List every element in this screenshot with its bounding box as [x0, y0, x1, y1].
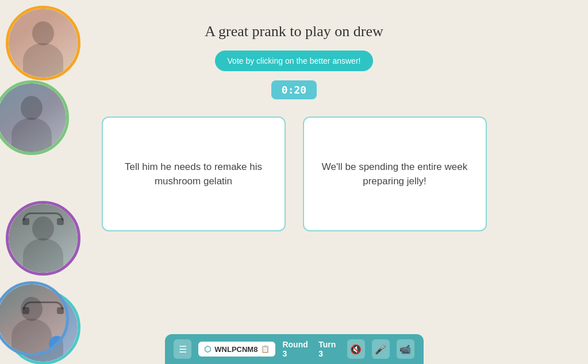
headphones-icon — [23, 301, 63, 309]
answer-card-b[interactable]: We'll be spending the entire week prepar… — [303, 117, 487, 231]
check-badge: ✓ — [49, 336, 65, 352]
headphones-icon — [23, 212, 63, 220]
avatar-top-right — [0, 80, 69, 155]
round-label: Round 3 — [282, 340, 312, 358]
timer-display: 0:20 — [271, 80, 317, 99]
avatar-bot-left — [6, 201, 80, 276]
question-title: A great prank to play on drew — [205, 23, 383, 40]
video-button[interactable]: 📹 — [397, 339, 414, 359]
answer-text-b: We'll be spending the entire week prepar… — [318, 160, 471, 189]
mic-icon: 🎤 — [375, 344, 386, 355]
avatar-top-left — [6, 6, 80, 80]
mute-icon: 🔇 — [350, 344, 362, 355]
vote-button[interactable]: Vote by clicking on the better answer! — [215, 51, 374, 71]
room-code-box: ⬡ WNLPCNM8 📋 — [198, 342, 275, 357]
room-code-icon: ⬡ — [204, 344, 211, 354]
video-icon: 📹 — [399, 344, 411, 355]
main-content: A great prank to play on drew Vote by cl… — [92, 0, 496, 330]
answer-card-a[interactable]: Tell him he needs to remake his mushroom… — [102, 117, 286, 231]
list-icon: ☰ — [179, 344, 187, 355]
avatar-bot-right: ✓ — [0, 281, 69, 356]
bottom-bar: ☰ ⬡ WNLPCNM8 📋 Round 3 Turn 3 🔇 🎤 📹 — [165, 334, 424, 364]
copy-room-button[interactable]: ☰ — [174, 339, 191, 359]
copy-icon: 📋 — [261, 345, 270, 353]
answer-text-a: Tell him he needs to remake his mushroom… — [117, 160, 270, 189]
answers-container: Tell him he needs to remake his mushroom… — [92, 117, 496, 231]
mic-button[interactable]: 🎤 — [372, 339, 390, 359]
mute-button[interactable]: 🔇 — [347, 339, 365, 359]
turn-label: Turn 3 — [318, 340, 340, 358]
room-code-text: WNLPCNM8 — [214, 345, 258, 354]
